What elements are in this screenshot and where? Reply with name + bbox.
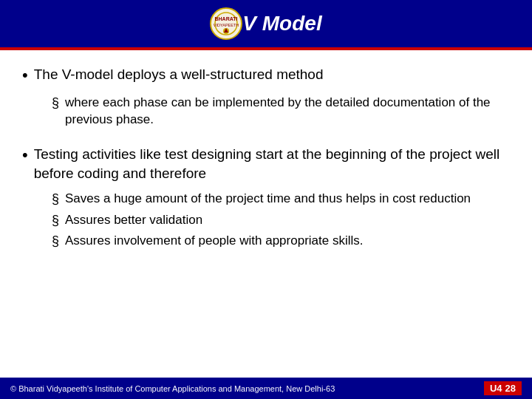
bullet-item-1: • The V-model deploys a well-structured … bbox=[22, 65, 510, 86]
sub-bullet-item-2-2: § Assures better validation bbox=[52, 211, 510, 229]
slide-header: BHARATI VIDYAPEETH V Model bbox=[0, 0, 532, 47]
sub-bullet-text-2-2: Assures better validation bbox=[65, 211, 202, 229]
bullet-text-2: Testing activities like test designing s… bbox=[34, 145, 510, 183]
sub-bullet-marker-2-2: § bbox=[52, 211, 59, 229]
sub-bullet-item-1-1: § where each phase can be implemented by… bbox=[52, 94, 510, 129]
sub-bullet-text-2-3: Assures involvement of people with appro… bbox=[65, 232, 363, 250]
sub-bullet-text-1-1: where each phase can be implemented by t… bbox=[65, 94, 510, 129]
slide-content: • The V-model deploys a well-structured … bbox=[0, 50, 532, 262]
bullet-item-2: • Testing activities like test designing… bbox=[22, 145, 510, 183]
header-logo: BHARATI VIDYAPEETH bbox=[210, 7, 242, 40]
footer-slide-number: 28 bbox=[505, 383, 516, 394]
sub-bullets-1: § where each phase can be implemented by… bbox=[52, 94, 510, 129]
sub-bullet-item-2-1: § Saves a huge amount of the project tim… bbox=[52, 190, 510, 208]
sub-bullet-item-2-3: § Assures involvement of people with app… bbox=[52, 232, 510, 250]
svg-text:VIDYAPEETH: VIDYAPEETH bbox=[214, 23, 239, 27]
sub-bullets-2: § Saves a huge amount of the project tim… bbox=[52, 190, 510, 250]
footer-copyright: © Bharati Vidyapeeth's Institute of Comp… bbox=[10, 384, 335, 393]
bullet-marker-2: • bbox=[22, 145, 28, 166]
footer-slide-badge: U4 28 bbox=[484, 381, 522, 395]
svg-text:BHARATI: BHARATI bbox=[215, 16, 238, 21]
slide-title: V Model bbox=[242, 12, 321, 35]
sub-bullet-marker-2-3: § bbox=[52, 232, 59, 250]
section-gap bbox=[22, 133, 510, 145]
sub-bullet-text-2-1: Saves a huge amount of the project time … bbox=[65, 190, 471, 208]
bullet-text-1: The V-model deploys a well-structured me… bbox=[34, 65, 324, 84]
sub-bullet-marker-1-1: § bbox=[52, 94, 59, 112]
slide-footer: © Bharati Vidyapeeth's Institute of Comp… bbox=[0, 378, 532, 399]
sub-bullet-marker-2-1: § bbox=[52, 190, 59, 208]
footer-unit-label: U4 bbox=[490, 383, 502, 394]
bullet-marker-1: • bbox=[22, 65, 28, 86]
